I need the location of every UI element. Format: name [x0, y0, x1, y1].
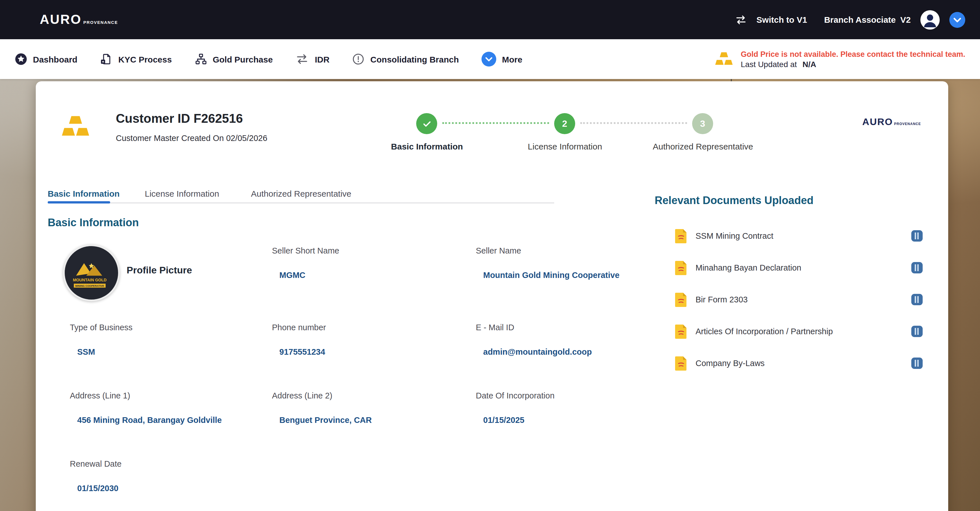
svg-text:MINING COOPERATIVE: MINING COOPERATIVE [75, 284, 104, 287]
nav-item-idr[interactable]: IDR [296, 53, 329, 65]
svg-text:MOUNTAIN GOLD: MOUNTAIN GOLD [73, 278, 107, 282]
nav-item-kyc-process[interactable]: KYC Process [100, 53, 172, 65]
field-seller-name: Seller Name Mountain Gold Mining Coopera… [476, 246, 619, 279]
document-row-bir-form-2303[interactable]: Bir Form 2303 [655, 284, 924, 315]
document-name: Articles Of Incorporation / Partnership [695, 327, 833, 336]
field-type-of-business: Type of Business SSM [70, 322, 132, 356]
field-label: Renewal Date [70, 459, 121, 469]
version-label: V2 [900, 15, 911, 24]
section-title: Basic Information [48, 217, 139, 229]
documents-list: SSM Mining Contract Minahang Bayan Decla… [655, 220, 924, 379]
card-brand-logo: AURO PROVENANCE [862, 117, 921, 128]
gold-bars-icon [714, 51, 733, 67]
field-address-line-2: Address (Line 2) Benguet Province, CAR [272, 391, 372, 425]
field-value: admin@mountaingold.coop [476, 347, 592, 356]
kyc-file-icon [100, 53, 113, 65]
profile-picture: MOUNTAIN GOLD MINING COOPERATIVE [63, 244, 120, 301]
customer-detail-card: Customer ID F262516 Customer Master Crea… [36, 81, 948, 511]
created-on-text: Customer Master Created On 02/05/2026 [116, 134, 267, 143]
field-label: Phone number [272, 322, 326, 332]
step-3-label: Authorized Representative [653, 142, 753, 151]
field-label: Date Of Incorporation [476, 391, 554, 401]
view-document-icon[interactable] [910, 261, 924, 275]
step-2-label: License Information [528, 142, 602, 151]
document-row-company-by-laws[interactable]: Company By-Laws [655, 347, 924, 379]
view-document-icon[interactable] [910, 356, 924, 370]
field-value: 9175551234 [272, 347, 326, 356]
role-label: Branch Associate [824, 15, 896, 24]
nav-label-gold-purchase: Gold Purchase [213, 54, 273, 64]
last-updated: Last Updated at N/A [741, 59, 965, 69]
sitemap-icon [194, 53, 207, 65]
tab-basic-information[interactable]: Basic Information [48, 189, 119, 198]
gold-bars-icon [61, 114, 90, 139]
field-value: 01/15/2025 [476, 415, 554, 425]
field-label: Address (Line 2) [272, 391, 372, 401]
nav-label-dashboard: Dashboard [33, 54, 78, 64]
gold-price-warning: Gold Price is not available. Please cont… [741, 50, 965, 58]
profile-picture-label: Profile Picture [127, 265, 192, 276]
switch-to-v1-button[interactable]: Switch to V1 [757, 15, 807, 24]
tab-license-information[interactable]: License Information [145, 189, 219, 198]
view-document-icon[interactable] [910, 324, 924, 338]
field-value: 456 Mining Road, Barangay Goldville [70, 415, 222, 425]
nav-item-gold-purchase[interactable]: Gold Purchase [194, 53, 273, 65]
view-document-icon[interactable] [910, 293, 924, 307]
page-title: Customer ID F262516 [116, 112, 243, 126]
chevron-down-circle-icon [482, 52, 496, 67]
step-3-circle: 3 [692, 113, 713, 134]
document-name: SSM Mining Contract [695, 232, 773, 240]
step-1-label: Basic Information [391, 142, 463, 151]
tab-active-indicator [48, 201, 110, 203]
document-row-ssm-mining-contract[interactable]: SSM Mining Contract [655, 220, 924, 252]
pdf-file-icon [675, 356, 687, 371]
field-phone-number: Phone number 9175551234 [272, 322, 326, 356]
field-value: Mountain Gold Mining Cooperative [476, 271, 619, 279]
stepper-connector-2 [580, 122, 687, 124]
view-document-icon[interactable] [910, 229, 924, 243]
nav-item-consolidating-branch[interactable]: Consolidating Branch [352, 53, 459, 65]
document-name: Bir Form 2303 [695, 295, 748, 304]
nav-label-kyc-process: KYC Process [118, 54, 172, 64]
document-row-articles-of-incorporation[interactable]: Articles Of Incorporation / Partnership [655, 315, 924, 347]
step-1-done-check-icon [416, 113, 437, 134]
top-bar: AURO PROVENANCE Switch to V1 Branch Asso… [0, 0, 980, 39]
step-2-circle: 2 [554, 113, 575, 134]
field-address-line-1: Address (Line 1) 456 Mining Road, Barang… [70, 391, 222, 425]
nav-item-more[interactable]: More [482, 52, 522, 67]
nav-item-dashboard[interactable]: Dashboard [15, 53, 78, 65]
card-brand-text: AURO [862, 117, 893, 128]
tab-authorized-representative[interactable]: Authorized Representative [251, 189, 352, 198]
nav-label-consolidating-branch: Consolidating Branch [371, 54, 459, 64]
account-menu-chevron-down-icon[interactable] [949, 12, 965, 27]
avatar[interactable] [920, 10, 940, 30]
field-label: Seller Short Name [272, 246, 339, 256]
star-badge-icon [15, 53, 27, 65]
pdf-file-icon [675, 228, 687, 244]
field-value: Benguet Province, CAR [272, 415, 372, 425]
document-row-minahang-bayan-declaration[interactable]: Minahang Bayan Declaration [655, 252, 924, 284]
field-seller-short-name: Seller Short Name MGMC [272, 246, 339, 279]
field-value: SSM [70, 347, 132, 356]
card-brand-subtext: PROVENANCE [894, 122, 921, 126]
gold-price-status: Gold Price is not available. Please cont… [714, 50, 965, 69]
swap-arrows-icon [296, 53, 309, 65]
app-logo-text: AURO [40, 12, 81, 27]
document-name: Company By-Laws [695, 359, 765, 368]
field-email-id: E - Mail ID admin@mountaingold.coop [476, 322, 592, 356]
document-name: Minahang Bayan Declaration [695, 263, 801, 272]
swap-arrows-icon [735, 14, 748, 25]
pdf-file-icon [675, 324, 687, 339]
last-updated-label: Last Updated at [741, 59, 797, 69]
field-value: MGMC [272, 271, 339, 279]
pdf-file-icon [675, 260, 687, 275]
field-date-of-incorporation: Date Of Incorporation 01/15/2025 [476, 391, 554, 425]
last-updated-value: N/A [803, 59, 816, 69]
field-label: Type of Business [70, 322, 132, 332]
nav-label-idr: IDR [315, 54, 329, 64]
pdf-file-icon [675, 292, 687, 307]
tab-underline [48, 202, 554, 203]
stepper-connector-1 [442, 122, 549, 124]
field-label: Seller Name [476, 246, 619, 256]
app-logo-subtext: PROVENANCE [83, 20, 118, 25]
